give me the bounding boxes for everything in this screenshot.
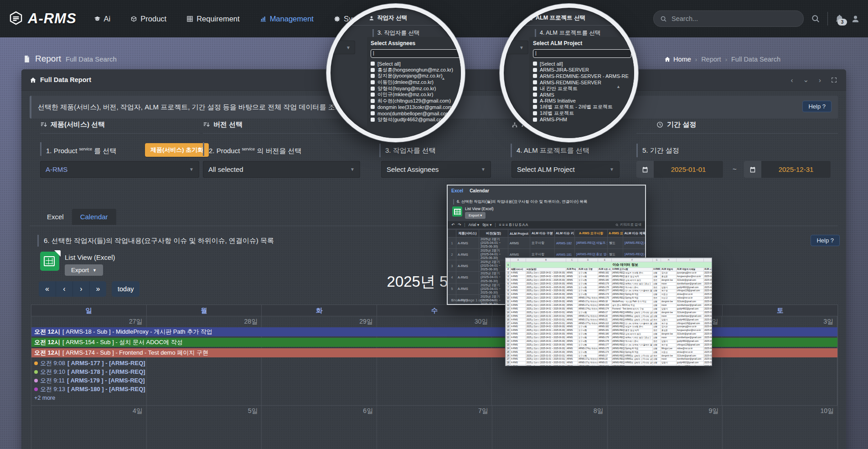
step-4-label: 4. ALM 프로젝트를 선택 — [511, 144, 589, 157]
version-select[interactable]: All selected▼ — [203, 161, 360, 178]
product-select[interactable]: A-RMS▼ — [40, 161, 199, 178]
alm-project-option[interactable]: 1레벨 프로젝트 - 2레벨 프로젝트 — [533, 104, 631, 110]
calendar-event-item[interactable]: 오전 9:08[ ARMS-177 ] - [ARMS-REQ] 모니터 외벽에… — [31, 359, 146, 367]
font-size-select[interactable]: 9px ▾ — [482, 222, 491, 227]
alm-project-select[interactable]: Select ALM Project▼ — [512, 161, 620, 178]
checkbox-icon[interactable] — [533, 87, 537, 91]
alm-project-option[interactable]: [Select all] — [533, 61, 631, 67]
checkbox-icon[interactable] — [533, 74, 537, 78]
end-date-picker[interactable]: 2025-12-31 — [744, 161, 831, 178]
product-reset-button[interactable]: 제품(서비스) 초기화 — [145, 143, 209, 157]
table-search[interactable]: 키워드로 검색 — [615, 222, 641, 227]
overlay-export-button[interactable]: Export ▾ — [465, 212, 486, 219]
redo-icon[interactable]: ↷ — [458, 222, 461, 227]
assignee-option[interactable]: 이동민(dmlee@mz.co.kr) — [371, 79, 465, 86]
calendar-day-cell[interactable]: 10일 — [723, 406, 837, 449]
user-profile-icon[interactable] — [851, 15, 860, 23]
calendar-event-item[interactable]: 오전 9:13[ ARMS-180 ] - [ARMS-REQ] 상세 페이지 … — [31, 385, 146, 393]
checkbox-icon[interactable] — [371, 62, 375, 66]
checkbox-icon[interactable] — [533, 80, 537, 84]
assignee-option[interactable]: [Select all] — [371, 61, 465, 67]
calendar-event-item[interactable]: 오전 9:11[ ARMS-179 ] - [ARMS-REQ] 캐릭터 디자인… — [31, 376, 146, 385]
search-input[interactable] — [671, 15, 797, 23]
calendar-day-cell[interactable]: 5일 — [147, 406, 262, 449]
tab-calendar[interactable]: Calendar — [72, 209, 116, 225]
alm-project-option[interactable]: ARMS-REDMINE-SERVER - ARMS-RE — [533, 73, 631, 79]
checkbox-icon[interactable] — [371, 87, 375, 91]
breadcrumb-home[interactable]: Home — [664, 56, 691, 63]
calendar-day-header: 일 — [31, 305, 147, 316]
format-buttons[interactable]: ≡ ≡ ≡ B I U S A A — [499, 222, 528, 227]
excel-cell: ARMS — [566, 336, 578, 340]
scroll-up-icon[interactable]: ▲ — [441, 76, 445, 81]
checkbox-icon[interactable] — [533, 105, 537, 109]
checkbox-icon[interactable] — [533, 118, 537, 122]
assignee-option[interactable]: 장지윤(jiyoonjang@mz.co.kr) — [371, 73, 465, 79]
collapse-down-icon[interactable]: ⌄ — [803, 76, 809, 84]
checkbox-icon[interactable] — [533, 68, 537, 72]
alm-project-option[interactable]: ARMS-PHM — [533, 116, 631, 123]
assignee-option[interactable]: 홍성훈(hongseonghun@mz.co.kr) — [371, 67, 465, 73]
expand-icon[interactable] — [831, 77, 837, 83]
calendar-day-cell[interactable]: 4일 — [31, 406, 147, 449]
calendar-event-item[interactable]: 오전 9:10[ ARMS-178 ] - [ARMS-REQ] 엑스배너 준비 — [31, 367, 146, 376]
calendar-day-cell[interactable]: 6일 — [262, 406, 377, 449]
checkbox-icon[interactable] — [533, 111, 537, 115]
alm-project-option[interactable]: ARMS-JIRA-SERVER — [533, 67, 631, 73]
collapse-right-icon[interactable]: › — [819, 76, 821, 84]
table-row[interactable]: 1A-RMS2025년 2분기 (2025-04-01 ~ 2025-06-30… — [448, 237, 646, 249]
assignee-option[interactable]: dongmin lee(313cokr@gmail.com) — [371, 104, 465, 110]
alm-project-option[interactable]: A-RMS Initiative — [533, 98, 631, 104]
tab-excel[interactable]: Excel — [39, 209, 72, 225]
undo-icon[interactable]: ↶ — [451, 222, 455, 227]
overlay-tab-calendar[interactable]: Calendar — [470, 188, 489, 193]
checkbox-icon[interactable] — [533, 93, 537, 97]
search-submit-icon[interactable] — [811, 14, 820, 23]
help-button[interactable]: Help ? — [802, 101, 832, 112]
calendar-event-bar[interactable]: 오전 12시[ ARMS-154 - Sub ] - 설치 문서 ADOC에 작… — [31, 338, 837, 347]
checkbox-icon[interactable] — [371, 118, 375, 122]
calendar-day-cell[interactable]: 7일 — [377, 406, 492, 449]
calendar-day-cell[interactable]: 9일 — [608, 406, 723, 449]
checkbox-icon[interactable] — [371, 80, 375, 84]
collapse-left-icon[interactable]: ‹ — [790, 76, 793, 84]
calendar-event-bar[interactable]: 오전 12시[ ARMS-18 - Sub ] - MiddleProxy - … — [31, 327, 837, 336]
scroll-up-icon[interactable]: ▲ — [616, 84, 620, 89]
assignee-option[interactable]: 최수현(chltngus129@gmail.com) — [371, 98, 465, 104]
alm-project-option[interactable]: 1레벨 프로젝트 — [533, 110, 631, 117]
checkbox-icon[interactable] — [533, 62, 537, 66]
excel-cell: moon — [661, 282, 677, 286]
global-search[interactable] — [653, 10, 804, 27]
checkbox-icon[interactable] — [371, 99, 375, 103]
start-date-picker[interactable]: 2025-01-01 — [636, 161, 723, 178]
assignee-option[interactable]: 이민규(mklee@mz.co.kr) — [371, 92, 465, 98]
assignee-select[interactable]: Select Assignees▼ — [381, 161, 491, 178]
excel-export-table: ABCDEFGHIJK1이슈 데이터 정보2제품(서비스)버전(일정)ALM P… — [506, 258, 712, 366]
font-select[interactable]: Arial ▾ — [468, 222, 479, 227]
calendar-icon[interactable] — [636, 161, 654, 178]
checkbox-icon[interactable] — [371, 93, 375, 97]
calendar-day-cell[interactable]: 8일 — [492, 406, 608, 449]
alm-filter-input[interactable]: | — [533, 49, 631, 58]
assignee-filter-input[interactable]: | — [371, 49, 465, 58]
alm-project-option[interactable]: ARMS — [533, 92, 631, 98]
app-logo[interactable]: A-RMS — [8, 10, 77, 27]
checkbox-icon[interactable] — [371, 111, 375, 115]
nav-item-requirement[interactable]: Requirement — [186, 15, 239, 23]
checkbox-icon[interactable] — [371, 74, 375, 78]
assignee-option[interactable]: 양형석(hsyang@mz.co.kr) — [371, 85, 465, 92]
calendar-more-link[interactable]: +2 more — [31, 395, 89, 401]
breadcrumb-report[interactable]: Report — [701, 56, 721, 63]
help-button-2[interactable]: Help ? — [811, 235, 840, 246]
nav-item-management[interactable]: Management — [260, 15, 314, 23]
checkbox-icon[interactable] — [371, 68, 375, 72]
nav-item-product[interactable]: Product — [130, 15, 166, 23]
calendar-event-bar[interactable]: 오전 12시[ ARMS-174 - Sub ] - Frontend - Te… — [31, 348, 837, 357]
nav-item-ai[interactable]: Ai — [94, 15, 111, 23]
overlay-tab-excel[interactable]: Excel — [451, 188, 463, 193]
calendar-icon[interactable] — [744, 161, 761, 178]
checkbox-icon[interactable] — [533, 99, 537, 103]
checkbox-icon[interactable] — [371, 105, 375, 109]
notification-bell-icon[interactable]: 3 — [835, 15, 844, 23]
excel-row: 13A-RMS2025년 2분기 (2025-04-01 ~ 2025-06-3… — [506, 307, 713, 311]
